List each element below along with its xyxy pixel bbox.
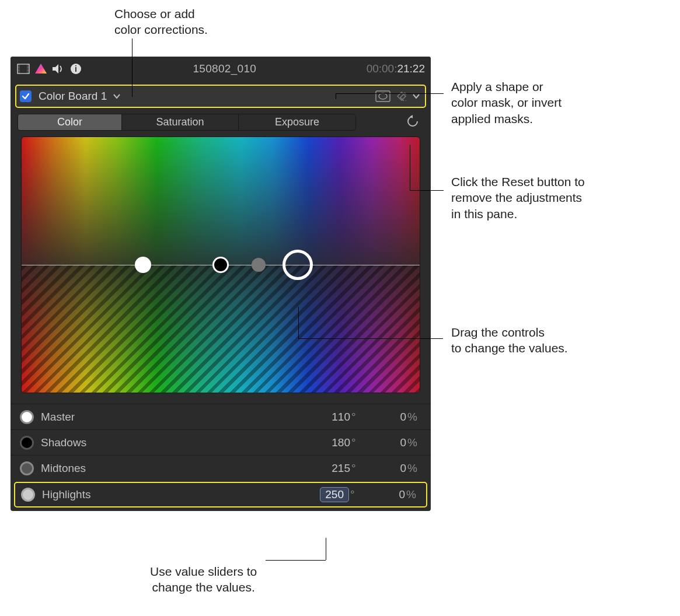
- row-label: Shadows: [41, 436, 158, 449]
- speaker-icon[interactable]: [51, 62, 65, 76]
- timecode-active: 21:22: [397, 62, 425, 75]
- timecode-muted: 00:00:: [367, 62, 397, 75]
- pct-unit: %: [406, 462, 421, 475]
- row-shadows: Shadows 180 ° 0 %: [11, 429, 431, 455]
- row-label: Master: [41, 411, 158, 424]
- highlights-deg-value[interactable]: 250: [320, 487, 349, 502]
- row-highlights: Highlights 250 ° 0 %: [14, 482, 427, 508]
- color-prism-icon[interactable]: [34, 62, 48, 76]
- clip-name: 150802_010: [86, 62, 363, 75]
- svg-point-15: [379, 93, 387, 99]
- keyframe-diamond-icon[interactable]: [396, 90, 407, 102]
- pct-unit: %: [406, 411, 421, 424]
- shadows-pct-value[interactable]: 0: [365, 436, 406, 449]
- svg-point-7: [27, 65, 29, 66]
- svg-marker-11: [53, 64, 58, 74]
- correction-header: Color Board 1: [15, 85, 426, 108]
- deg-unit: °: [350, 462, 365, 475]
- puck-shadows[interactable]: [212, 257, 229, 273]
- master-deg-value[interactable]: 110: [309, 411, 350, 424]
- puck-midtones[interactable]: [252, 258, 266, 272]
- row-midtones: Midtones 215 ° 0 %: [11, 455, 431, 481]
- midtones-swatch-icon: [20, 461, 34, 475]
- svg-point-5: [18, 68, 19, 69]
- value-rows: Master 110 ° 0 % Shadows 180 ° 0 % Midto…: [11, 404, 431, 508]
- row-label: Highlights: [42, 488, 159, 501]
- info-icon[interactable]: i: [69, 62, 83, 76]
- callout-reset: Click the Reset button to remove the adj…: [451, 174, 585, 222]
- svg-point-6: [18, 71, 19, 72]
- row-master: Master 110 ° 0 %: [11, 404, 431, 429]
- tab-saturation[interactable]: Saturation: [122, 114, 239, 130]
- deg-unit: °: [350, 436, 365, 449]
- mask-button[interactable]: [375, 89, 391, 103]
- master-pct-value[interactable]: 0: [365, 411, 406, 424]
- tab-exposure[interactable]: Exposure: [239, 114, 355, 130]
- deg-unit: °: [350, 411, 365, 424]
- color-board[interactable]: [21, 136, 420, 393]
- master-swatch-icon: [20, 410, 34, 424]
- svg-point-4: [18, 65, 19, 66]
- svg-point-8: [27, 68, 29, 69]
- pct-unit: %: [405, 488, 420, 501]
- puck-master[interactable]: [135, 257, 151, 273]
- callout-drag: Drag the controls to change the values.: [451, 324, 568, 356]
- callout-slider: Use value sliders to change the values.: [150, 564, 257, 596]
- pane-tabs: Color Saturation Exposure: [11, 114, 431, 136]
- correction-enable-checkbox[interactable]: [20, 90, 32, 102]
- pct-unit: %: [406, 436, 421, 449]
- svg-point-9: [27, 71, 29, 72]
- filmstrip-icon[interactable]: [16, 62, 30, 76]
- inspector-header: i 150802_010 00:00:21:22: [11, 57, 431, 81]
- svg-text:i: i: [75, 64, 77, 74]
- midtones-deg-value[interactable]: 215: [309, 462, 350, 475]
- callout-mask: Apply a shape or color mask, or invert a…: [451, 79, 562, 127]
- highlights-pct-value[interactable]: 0: [364, 488, 405, 501]
- svg-rect-14: [376, 91, 390, 102]
- puck-highlights[interactable]: [283, 250, 313, 280]
- svg-marker-10: [35, 64, 47, 74]
- shadows-deg-value[interactable]: 180: [309, 436, 350, 449]
- timecode: 00:00:21:22: [367, 62, 425, 75]
- options-chevron-down-icon[interactable]: [412, 91, 421, 102]
- midtones-pct-value[interactable]: 0: [365, 462, 406, 475]
- shadows-swatch-icon: [20, 436, 34, 450]
- correction-label[interactable]: Color Board 1: [39, 90, 107, 103]
- reset-button[interactable]: [406, 115, 419, 130]
- deg-unit: °: [349, 488, 364, 501]
- callout-choose: Choose or add color corrections.: [114, 6, 208, 38]
- highlights-swatch-icon: [21, 488, 35, 502]
- tab-color[interactable]: Color: [18, 114, 122, 130]
- row-label: Midtones: [41, 462, 158, 475]
- correction-chevron-down-icon[interactable]: [113, 91, 121, 102]
- color-inspector-panel: i 150802_010 00:00:21:22 Color Board 1 C…: [11, 57, 431, 511]
